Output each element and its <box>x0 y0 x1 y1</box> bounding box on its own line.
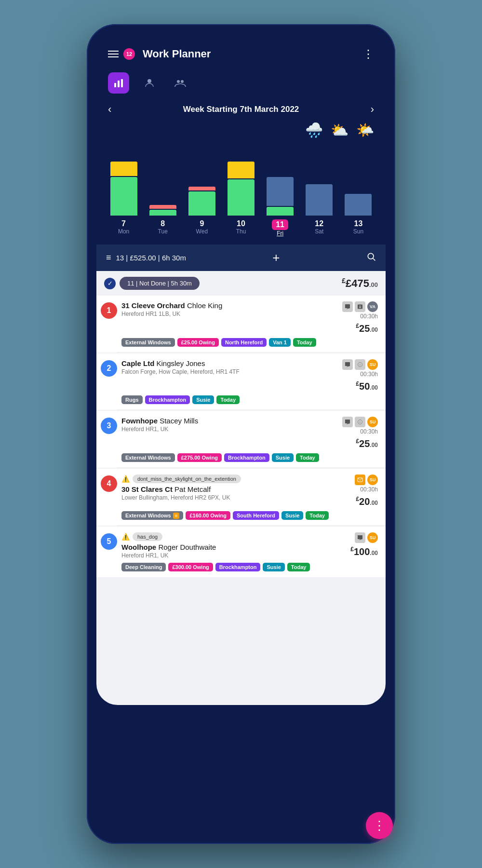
phone-inner: 12 Work Planner ⋮ <box>96 34 386 705</box>
job-card[interactable]: 4⚠️dont_miss_the_skylight_on_the_extenti… <box>96 469 386 526</box>
jobs-list: ✓ 11 | Not Done | 5h 30m ££475.00 131 Cl… <box>96 271 386 705</box>
job-card[interactable]: 2Caple Ltd Kingsley JonesFalcon Forge, H… <box>96 353 386 410</box>
tag[interactable]: £275.00 Owing <box>177 453 222 462</box>
job-body: ⚠️has_dogWoolhope Roger DouthwaiteHerefo… <box>121 532 378 571</box>
svg-point-3 <box>147 79 151 83</box>
summary-badge: 11 | Not Done | 5h 30m <box>120 277 200 290</box>
tag[interactable]: Brockhampton <box>145 395 190 404</box>
job-card[interactable]: 3Fownhope Stacey MillsHereford HR1, UK£S… <box>96 411 386 468</box>
job-time: 00:30h <box>360 428 378 435</box>
day-label-tue[interactable]: 8Tue <box>149 219 176 237</box>
tag[interactable]: Susie <box>192 395 214 404</box>
tag[interactable]: Brockhampton <box>215 563 261 571</box>
tag[interactable]: Susie <box>281 511 303 520</box>
fab-button[interactable]: ⋮ <box>366 812 393 839</box>
svg-rect-12 <box>361 307 362 308</box>
bar-segment <box>267 177 294 206</box>
alert-text: has_dog <box>133 532 162 541</box>
tag[interactable]: North Hereford <box>221 338 267 347</box>
tag[interactable]: South Hereford <box>233 511 279 520</box>
tag[interactable]: Van 1 <box>269 338 291 347</box>
job-number-col: 3 <box>96 417 121 462</box>
week-navigator: ‹ Week Starting 7th March 2022 › <box>96 99 386 120</box>
day-label-mon[interactable]: 7Mon <box>110 219 137 237</box>
day-label-fri[interactable]: 11Fri <box>267 219 294 237</box>
job-card[interactable]: 5⚠️has_dogWoolhope Roger DouthwaiteHeref… <box>96 527 386 577</box>
week-title: Week Starting 7th March 2022 <box>183 105 299 114</box>
tag[interactable]: Susie <box>272 453 294 462</box>
bar-segment <box>345 194 372 216</box>
job-body: 31 Cleeve Orchard Chloe KingHereford HR1… <box>121 301 378 347</box>
bar-segment <box>110 162 137 176</box>
job-address: Falcon Forge, How Caple, Hereford, HR1 4… <box>121 368 335 375</box>
tag[interactable]: External Windows <box>121 453 175 462</box>
chart-view-button[interactable] <box>108 72 129 94</box>
person-view-button[interactable] <box>139 72 160 94</box>
filter-icon[interactable]: ≡ <box>106 253 111 263</box>
alert-row: ⚠️has_dog <box>121 532 335 541</box>
chart-bar-sat[interactable] <box>306 184 333 216</box>
tags-row: External Windows£275.00 OwingBrockhampto… <box>121 453 378 462</box>
tag[interactable]: Deep Cleaning <box>121 563 166 571</box>
chart-bar-sun[interactable] <box>345 194 372 216</box>
job-name: 30 St Clares Ct Pat Metcalf <box>121 485 335 493</box>
more-menu-icon[interactable]: ⋮ <box>362 47 374 61</box>
tag[interactable]: £25.00 Owing <box>177 338 219 347</box>
job-number: 4 <box>101 475 117 492</box>
tag[interactable]: External Windows <box>121 338 175 347</box>
job-icons-row: £SU <box>342 359 378 370</box>
payment-icon: £ <box>355 359 365 370</box>
chat-icon <box>355 532 365 543</box>
tags-row: RugsBrockhamptonSusieToday <box>121 395 378 404</box>
job-card[interactable]: 131 Cleeve Orchard Chloe KingHereford HR… <box>96 296 386 353</box>
day-label-sat[interactable]: 12Sat <box>306 219 333 237</box>
tag[interactable]: External Windows≡ <box>121 511 183 520</box>
tag[interactable]: Today <box>306 511 329 520</box>
tag[interactable]: Susie <box>263 563 284 571</box>
bar-segment <box>110 177 137 216</box>
job-icons-row: SU <box>355 532 378 543</box>
avatar-icon: SU <box>367 359 378 370</box>
chart-bar-mon[interactable] <box>110 162 137 216</box>
job-right: VA00:30h£25.00 <box>335 301 378 334</box>
job-price: £50.00 <box>356 380 378 392</box>
tag[interactable]: Today <box>296 453 319 462</box>
day-label-sun[interactable]: 13Sun <box>345 219 372 237</box>
tag[interactable]: £160.00 Owing <box>186 511 230 520</box>
avatar-icon: SU <box>367 532 378 543</box>
avatar-icon: SU <box>367 475 378 485</box>
prev-week-button[interactable]: ‹ <box>108 103 111 116</box>
menu-icon[interactable] <box>108 51 119 57</box>
job-body: Fownhope Stacey MillsHereford HR1, UK£SU… <box>121 417 378 462</box>
tag[interactable]: Today <box>293 338 316 347</box>
svg-rect-10 <box>361 306 362 307</box>
chart-bar-thu[interactable] <box>228 162 254 216</box>
tag[interactable]: Brockhampton <box>224 453 269 462</box>
svg-rect-2 <box>121 79 123 87</box>
day-label-thu[interactable]: 10Thu <box>228 219 254 237</box>
search-button[interactable] <box>366 252 376 264</box>
job-name: Fownhope Stacey Mills <box>121 417 335 425</box>
tags-row: External Windows£25.00 OwingNorth Herefo… <box>121 338 378 347</box>
weather-icon-2: ⛅ <box>331 122 348 138</box>
job-right: £SU00:30h£25.00 <box>335 417 378 449</box>
payment-icon: £ <box>355 417 365 427</box>
group-view-button[interactable] <box>170 72 191 94</box>
chart-bar-wed[interactable] <box>188 187 215 216</box>
day-label-wed[interactable]: 9Wed <box>188 219 215 237</box>
job-time: 00:30h <box>360 313 378 320</box>
svg-rect-0 <box>114 83 116 87</box>
job-right: SU00:30h£20.00 <box>335 475 378 507</box>
svg-line-7 <box>373 258 375 261</box>
svg-rect-1 <box>118 81 120 87</box>
tag[interactable]: Today <box>216 395 240 404</box>
bar-segment <box>228 179 254 216</box>
tag[interactable]: Today <box>287 563 310 571</box>
next-week-button[interactable]: › <box>371 103 374 116</box>
tag[interactable]: £300.00 Owing <box>168 563 213 571</box>
tag[interactable]: Rugs <box>121 395 143 404</box>
add-job-button[interactable]: + <box>272 250 280 265</box>
chart-bar-fri[interactable] <box>267 177 294 216</box>
job-address: Hereford HR1 1LB, UK <box>121 311 335 317</box>
chart-bar-tue[interactable] <box>149 205 176 216</box>
